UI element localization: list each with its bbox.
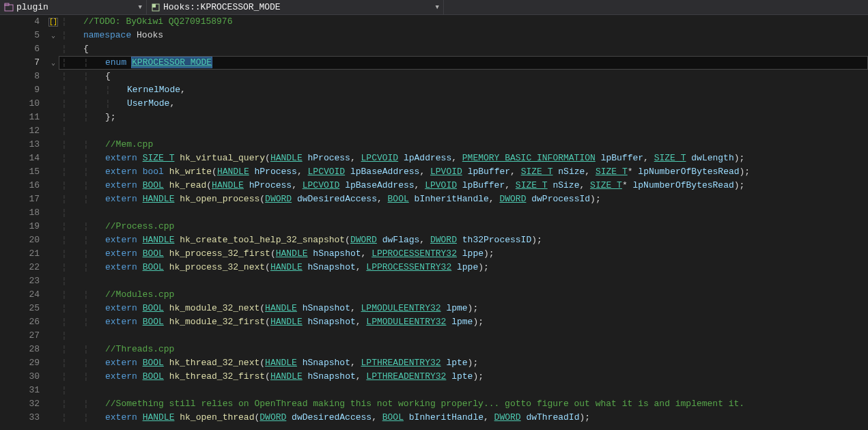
fold-toggle[interactable] bbox=[48, 138, 59, 152]
code-line[interactable]: extern BOOL hk_module_32_next(HANDLE hSn… bbox=[59, 302, 868, 315]
fold-toggle[interactable] bbox=[48, 83, 59, 97]
line-number[interactable]: 15 bbox=[0, 165, 40, 179]
fold-column[interactable]: []⌄⌄ bbox=[48, 15, 59, 430]
line-number[interactable]: 24 bbox=[0, 288, 40, 302]
code-line[interactable]: extern bool hk_write(HANDLE hProcess, LP… bbox=[59, 165, 868, 179]
line-number[interactable]: 22 bbox=[0, 261, 40, 274]
line-number[interactable]: 26 bbox=[0, 315, 40, 329]
code-line[interactable] bbox=[59, 384, 868, 397]
code-line[interactable]: extern SIZE_T hk_virtual_query(HANDLE hP… bbox=[59, 152, 868, 165]
line-number[interactable]: 29 bbox=[0, 356, 40, 370]
code-line[interactable]: UserMode, bbox=[59, 97, 868, 111]
line-number[interactable]: 31 bbox=[0, 384, 40, 397]
indent-guide bbox=[61, 111, 83, 124]
line-number[interactable]: 6 bbox=[0, 42, 40, 56]
line-number[interactable]: 11 bbox=[0, 111, 40, 124]
code-line[interactable]: extern BOOL hk_process_32_first(HANDLE h… bbox=[59, 247, 868, 261]
code-line[interactable]: extern HANDLE hk_open_thread(DWORD dwDes… bbox=[59, 411, 868, 425]
fold-toggle[interactable] bbox=[48, 302, 59, 315]
code-line[interactable]: extern BOOL hk_module_32_first(HANDLE hS… bbox=[59, 315, 868, 329]
code-line[interactable]: namespace Hooks bbox=[59, 29, 868, 42]
line-number[interactable]: 28 bbox=[0, 343, 40, 356]
code-line[interactable]: //Mem.cpp bbox=[59, 138, 868, 152]
fold-toggle[interactable] bbox=[48, 261, 59, 274]
fold-toggle[interactable] bbox=[48, 343, 59, 356]
line-number[interactable]: 9 bbox=[0, 83, 40, 97]
code-line[interactable]: //Threads.cpp bbox=[59, 343, 868, 356]
fold-toggle[interactable] bbox=[48, 70, 59, 83]
line-number[interactable]: 30 bbox=[0, 370, 40, 384]
code-line[interactable] bbox=[59, 124, 868, 138]
line-number[interactable]: 13 bbox=[0, 138, 40, 152]
line-number[interactable]: 32 bbox=[0, 397, 40, 411]
code-editor[interactable]: 4567891011121314151617181920212223242526… bbox=[0, 15, 868, 430]
line-number[interactable]: 21 bbox=[0, 247, 40, 261]
fold-toggle[interactable] bbox=[48, 233, 59, 247]
code-line[interactable] bbox=[59, 329, 868, 343]
fold-toggle[interactable] bbox=[48, 179, 59, 192]
scope-dropdown-project[interactable]: plugin ▼ bbox=[0, 0, 147, 14]
fold-toggle[interactable]: [] bbox=[48, 15, 59, 29]
code-line[interactable]: KernelMode, bbox=[59, 83, 868, 97]
line-number[interactable]: 7 bbox=[0, 56, 40, 70]
fold-toggle[interactable] bbox=[48, 220, 59, 233]
line-number[interactable]: 4 bbox=[0, 15, 40, 29]
line-number[interactable]: 19 bbox=[0, 220, 40, 233]
code-line[interactable]: extern HANDLE hk_create_tool_help_32_sna… bbox=[59, 233, 868, 247]
line-number[interactable]: 5 bbox=[0, 29, 40, 42]
fold-toggle[interactable] bbox=[48, 356, 59, 370]
fold-toggle[interactable] bbox=[48, 411, 59, 425]
line-number[interactable]: 23 bbox=[0, 274, 40, 288]
line-number[interactable]: 16 bbox=[0, 179, 40, 192]
code-line[interactable]: //Something still relies on OpenThread m… bbox=[59, 397, 868, 411]
code-token: LPMODULEENTRY32 bbox=[366, 317, 446, 327]
fold-toggle[interactable]: ⌄ bbox=[48, 29, 59, 42]
code-line[interactable] bbox=[59, 274, 868, 288]
fold-toggle[interactable] bbox=[48, 329, 59, 343]
line-number[interactable]: 17 bbox=[0, 192, 40, 206]
fold-toggle[interactable] bbox=[48, 206, 59, 220]
code-area[interactable]: //TODO: ByOkiwi QQ2709158976namespace Ho… bbox=[59, 15, 868, 430]
line-number[interactable]: 25 bbox=[0, 302, 40, 315]
fold-toggle[interactable] bbox=[48, 111, 59, 124]
line-number[interactable]: 20 bbox=[0, 233, 40, 247]
fold-toggle[interactable] bbox=[48, 315, 59, 329]
code-line[interactable]: extern BOOL hk_thread_32_first(HANDLE hS… bbox=[59, 370, 868, 384]
code-token: HANDLE bbox=[270, 262, 303, 272]
fold-toggle[interactable] bbox=[48, 397, 59, 411]
fold-toggle[interactable] bbox=[48, 165, 59, 179]
line-number[interactable]: 18 bbox=[0, 206, 40, 220]
code-line[interactable]: extern BOOL hk_process_32_next(HANDLE hS… bbox=[59, 261, 868, 274]
fold-toggle[interactable] bbox=[48, 97, 59, 111]
fold-toggle[interactable] bbox=[48, 152, 59, 165]
fold-toggle[interactable] bbox=[48, 384, 59, 397]
fold-toggle[interactable] bbox=[48, 124, 59, 138]
code-line[interactable]: }; bbox=[59, 111, 868, 124]
line-number[interactable]: 33 bbox=[0, 411, 40, 425]
code-line[interactable]: extern BOOL hk_read(HANDLE hProcess, LPC… bbox=[59, 179, 868, 192]
fold-toggle[interactable] bbox=[48, 192, 59, 206]
scope-dropdown-symbol[interactable]: Hooks::KPROCESSOR_MODE ▼ bbox=[147, 0, 444, 14]
code-line[interactable] bbox=[59, 206, 868, 220]
code-line[interactable]: //Modules.cpp bbox=[59, 288, 868, 302]
code-line[interactable]: { bbox=[59, 42, 868, 56]
fold-toggle[interactable] bbox=[48, 42, 59, 56]
line-number[interactable]: 27 bbox=[0, 329, 40, 343]
code-line[interactable]: enum KPROCESSOR_MODE bbox=[59, 56, 868, 70]
line-number-gutter[interactable]: 4567891011121314151617181920212223242526… bbox=[0, 15, 48, 430]
line-number[interactable]: 12 bbox=[0, 124, 40, 138]
fold-toggle[interactable] bbox=[48, 274, 59, 288]
line-number[interactable]: 10 bbox=[0, 97, 40, 111]
fold-toggle[interactable] bbox=[48, 288, 59, 302]
code-line[interactable]: //Process.cpp bbox=[59, 220, 868, 233]
line-number[interactable]: 8 bbox=[0, 70, 40, 83]
code-line[interactable]: extern HANDLE hk_open_process(DWORD dwDe… bbox=[59, 192, 868, 206]
line-number[interactable]: 14 bbox=[0, 152, 40, 165]
code-line[interactable]: { bbox=[59, 70, 868, 83]
fold-toggle[interactable] bbox=[48, 247, 59, 261]
fold-toggle[interactable]: ⌄ bbox=[48, 56, 59, 70]
fold-toggle[interactable] bbox=[48, 370, 59, 384]
code-line[interactable]: //TODO: ByOkiwi QQ2709158976 bbox=[59, 15, 868, 29]
code-token: lpBuffer bbox=[468, 167, 510, 177]
code-line[interactable]: extern BOOL hk_thread_32_next(HANDLE hSn… bbox=[59, 356, 868, 370]
